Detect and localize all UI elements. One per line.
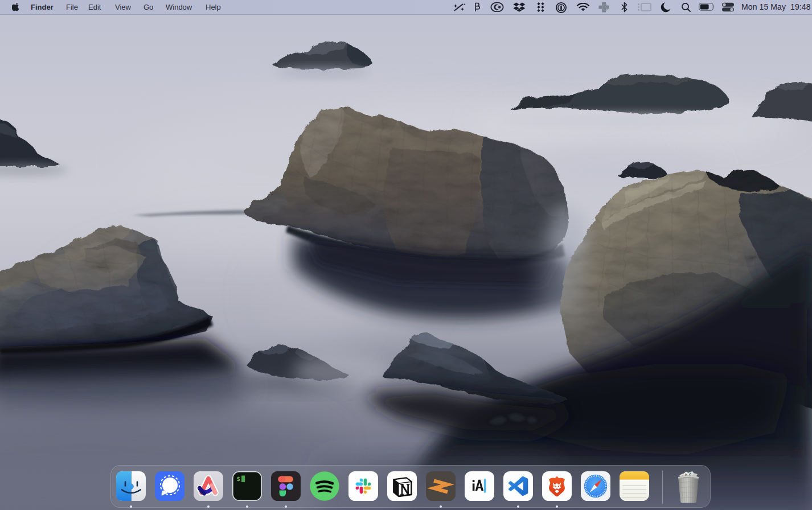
svg-text:$: $	[237, 476, 240, 483]
